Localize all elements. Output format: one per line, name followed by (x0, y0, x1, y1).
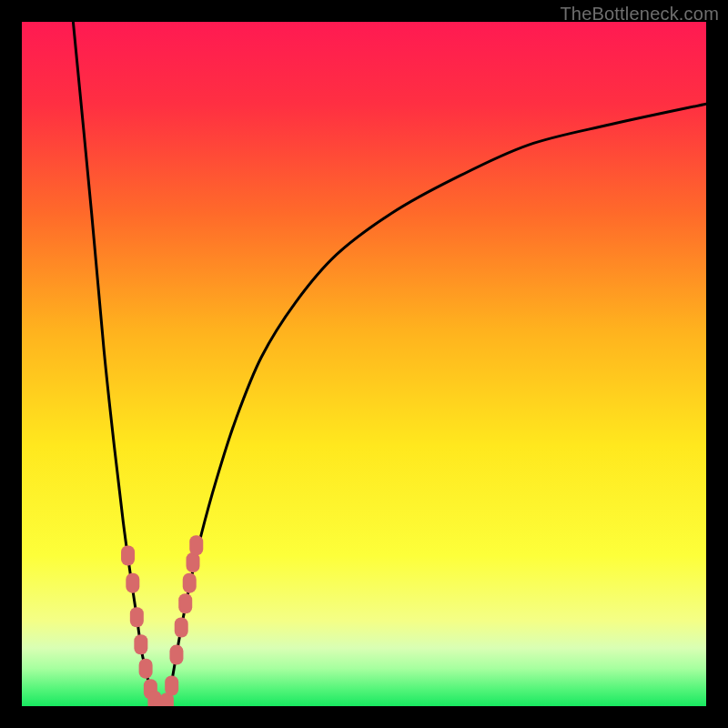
data-marker (134, 634, 147, 654)
attribution-watermark: TheBottleneck.com (560, 4, 719, 25)
data-marker (121, 546, 135, 566)
data-marker (183, 573, 197, 593)
data-marker (189, 535, 203, 555)
data-marker (130, 607, 144, 627)
data-marker (175, 618, 188, 638)
data-marker (187, 552, 200, 572)
data-marker (165, 675, 178, 695)
plot-area (22, 22, 706, 706)
gradient-background (22, 22, 706, 706)
data-marker (139, 659, 153, 679)
data-marker (178, 593, 192, 613)
data-marker (169, 645, 183, 665)
bottleneck-curve-chart (22, 22, 706, 706)
chart-frame: TheBottleneck.com (0, 0, 728, 728)
data-marker (126, 573, 139, 593)
